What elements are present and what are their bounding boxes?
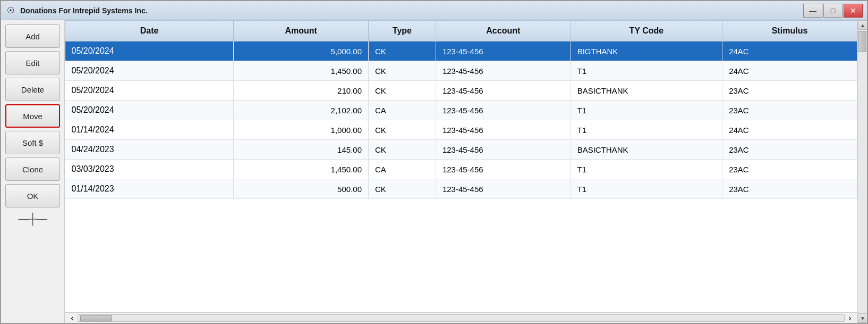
scroll-down-button[interactable]: ▼	[858, 313, 867, 323]
cell-date: 05/20/2024	[65, 81, 234, 101]
cell-stimulus: 23AC	[722, 140, 857, 160]
cell-type: CA	[369, 160, 436, 179]
minimize-button[interactable]: —	[803, 4, 822, 18]
cell-tycode: BASICTHANK	[571, 81, 722, 101]
cell-type: CK	[369, 81, 436, 101]
maximize-button[interactable]: □	[823, 4, 843, 18]
cell-stimulus: 24AC	[722, 120, 857, 140]
cell-stimulus: 24AC	[722, 41, 857, 61]
cell-date: 01/14/2024	[65, 120, 234, 140]
cell-tycode: T1	[571, 179, 722, 199]
cell-date: 01/14/2023	[65, 179, 234, 199]
move-button[interactable]: Move	[5, 104, 60, 128]
horizontal-scrollbar[interactable]: ‹ ›	[65, 312, 857, 323]
scroll-right-button[interactable]: ›	[845, 313, 855, 323]
cell-amount: 5,000.00	[234, 41, 369, 61]
cell-date: 03/03/2023	[65, 160, 234, 179]
table-row[interactable]: 05/20/20242,102.00CA123-45-456T123AC	[65, 101, 857, 120]
cell-amount: 2,102.00	[234, 101, 369, 120]
window-title: Donations For Intrepid Systems Inc.	[20, 6, 803, 15]
cell-amount: 1,450.00	[234, 160, 369, 179]
column-amount: Amount	[234, 21, 369, 41]
cell-amount: 1,450.00	[234, 61, 369, 81]
app-icon: ☉	[5, 5, 16, 16]
title-bar-buttons: — □ ✕	[803, 4, 863, 18]
cell-date: 05/20/2024	[65, 101, 234, 120]
title-bar: ☉ Donations For Intrepid Systems Inc. — …	[1, 1, 867, 20]
cell-account: 123-45-456	[436, 61, 571, 81]
table-header-row: Date Amount Type Account TY Code Stimulu…	[65, 21, 857, 41]
cell-type: CK	[369, 120, 436, 140]
cell-account: 123-45-456	[436, 41, 571, 61]
v-scroll-thumb-area[interactable]	[858, 30, 867, 313]
table-container: Date Amount Type Account TY Code Stimulu…	[65, 20, 857, 323]
column-tycode: TY Code	[571, 21, 722, 41]
cell-account: 123-45-456	[436, 81, 571, 101]
table-row[interactable]: 04/24/2023145.00CK123-45-456BASICTHANK23…	[65, 140, 857, 160]
soft-dollar-button[interactable]: Soft $	[5, 131, 60, 154]
cell-tycode: BIGTHANK	[571, 41, 722, 61]
cell-amount: 145.00	[234, 140, 369, 160]
column-stimulus: Stimulus	[722, 21, 857, 41]
cell-account: 123-45-456	[436, 160, 571, 179]
cell-amount: 210.00	[234, 81, 369, 101]
cell-type: CK	[369, 61, 436, 81]
cell-tycode: T1	[571, 120, 722, 140]
main-window: ☉ Donations For Intrepid Systems Inc. — …	[0, 0, 868, 324]
clone-button[interactable]: Clone	[5, 157, 60, 181]
cell-amount: 1,000.00	[234, 120, 369, 140]
cell-type: CK	[369, 179, 436, 199]
table-row[interactable]: 01/14/20241,000.00CK123-45-456T124AC	[65, 120, 857, 140]
add-button[interactable]: Add	[5, 24, 60, 48]
column-type: Type	[369, 21, 436, 41]
cell-date: 05/20/2024	[65, 61, 234, 81]
edit-button[interactable]: Edit	[5, 51, 60, 74]
column-account: Account	[436, 21, 571, 41]
table-wrapper[interactable]: Date Amount Type Account TY Code Stimulu…	[65, 20, 857, 312]
table-row[interactable]: 03/03/20231,450.00CA123-45-456T123AC	[65, 160, 857, 179]
cell-account: 123-45-456	[436, 101, 571, 120]
cell-type: CK	[369, 41, 436, 61]
cell-account: 123-45-456	[436, 140, 571, 160]
cell-amount: 500.00	[234, 179, 369, 199]
scroll-left-button[interactable]: ‹	[67, 313, 78, 323]
divider: —┼—	[5, 211, 60, 227]
close-button[interactable]: ✕	[844, 4, 863, 18]
table-row[interactable]: 05/20/20241,450.00CK123-45-456T124AC	[65, 61, 857, 81]
h-scroll-thumb[interactable]	[80, 315, 112, 321]
cell-account: 123-45-456	[436, 179, 571, 199]
cell-stimulus: 23AC	[722, 160, 857, 179]
main-content: Add Edit Delete Move Soft $ Clone OK —┼—…	[1, 20, 867, 323]
cell-stimulus: 23AC	[722, 179, 857, 199]
column-date: Date	[65, 21, 234, 41]
cell-stimulus: 24AC	[722, 61, 857, 81]
table-row[interactable]: 05/20/20245,000.00CK123-45-456BIGTHANK24…	[65, 41, 857, 61]
cell-stimulus: 23AC	[722, 81, 857, 101]
v-scroll-thumb[interactable]	[858, 31, 866, 52]
cell-type: CA	[369, 101, 436, 120]
cell-tycode: T1	[571, 101, 722, 120]
ok-button[interactable]: OK	[5, 184, 60, 207]
vertical-scrollbar[interactable]: ▲ ▼	[857, 20, 867, 323]
cell-type: CK	[369, 140, 436, 160]
cell-date: 04/24/2023	[65, 140, 234, 160]
table-row[interactable]: 05/20/2024210.00CK123-45-456BASICTHANK23…	[65, 81, 857, 101]
cell-tycode: BASICTHANK	[571, 140, 722, 160]
table-area: Date Amount Type Account TY Code Stimulu…	[65, 20, 867, 323]
table-row[interactable]: 01/14/2023500.00CK123-45-456T123AC	[65, 179, 857, 199]
cell-tycode: T1	[571, 61, 722, 81]
cell-stimulus: 23AC	[722, 101, 857, 120]
donations-table: Date Amount Type Account TY Code Stimulu…	[65, 20, 857, 199]
sidebar: Add Edit Delete Move Soft $ Clone OK —┼—	[1, 20, 65, 323]
cell-date: 05/20/2024	[65, 41, 234, 61]
cell-tycode: T1	[571, 160, 722, 179]
h-scroll-track[interactable]	[78, 314, 845, 322]
cell-account: 123-45-456	[436, 120, 571, 140]
delete-button[interactable]: Delete	[5, 78, 60, 101]
scroll-up-button[interactable]: ▲	[858, 20, 867, 30]
